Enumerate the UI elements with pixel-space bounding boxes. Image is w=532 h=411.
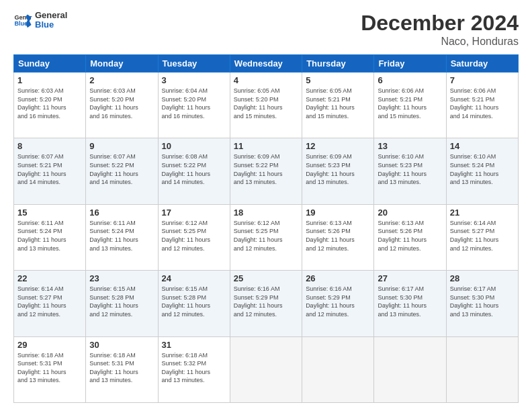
day-number: 5 (306, 75, 370, 85)
page: General Blue General Blue December 2024 … (0, 0, 532, 411)
day-info: Sunrise: 6:03 AMSunset: 5:20 PMDaylight:… (89, 87, 154, 120)
calendar-cell: 12Sunrise: 6:09 AMSunset: 5:23 PMDayligh… (302, 138, 374, 204)
header-thursday: Thursday (302, 55, 374, 73)
calendar-cell (302, 336, 374, 402)
calendar-cell: 10Sunrise: 6:08 AMSunset: 5:22 PMDayligh… (158, 138, 230, 204)
calendar-cell: 31Sunrise: 6:18 AMSunset: 5:32 PMDayligh… (158, 336, 230, 402)
day-number: 12 (306, 141, 370, 151)
day-info: Sunrise: 6:12 AMSunset: 5:25 PMDaylight:… (234, 219, 298, 253)
calendar-cell: 18Sunrise: 6:12 AMSunset: 5:25 PMDayligh… (230, 204, 302, 270)
calendar-cell: 21Sunrise: 6:14 AMSunset: 5:27 PMDayligh… (446, 204, 518, 270)
day-number: 2 (89, 75, 154, 85)
day-number: 4 (234, 75, 298, 85)
calendar-cell: 6Sunrise: 6:06 AMSunset: 5:21 PMDaylight… (374, 73, 446, 138)
calendar-cell: 25Sunrise: 6:16 AMSunset: 5:29 PMDayligh… (230, 271, 302, 336)
day-info: Sunrise: 6:06 AMSunset: 5:21 PMDaylight:… (450, 87, 515, 120)
calendar-cell: 23Sunrise: 6:15 AMSunset: 5:28 PMDayligh… (86, 271, 158, 336)
day-info: Sunrise: 6:17 AMSunset: 5:30 PMDaylight:… (450, 285, 515, 318)
day-info: Sunrise: 6:16 AMSunset: 5:29 PMDaylight:… (234, 285, 298, 318)
day-info: Sunrise: 6:08 AMSunset: 5:22 PMDaylight:… (162, 152, 226, 186)
calendar-cell: 24Sunrise: 6:15 AMSunset: 5:28 PMDayligh… (158, 271, 230, 336)
day-info: Sunrise: 6:17 AMSunset: 5:30 PMDaylight:… (378, 285, 442, 318)
logo-text-general: General (35, 11, 67, 20)
calendar-header-row: Sunday Monday Tuesday Wednesday Thursday… (14, 55, 519, 73)
day-info: Sunrise: 6:18 AMSunset: 5:31 PMDaylight:… (89, 351, 154, 385)
day-number: 23 (89, 273, 154, 283)
day-number: 10 (162, 141, 226, 151)
calendar-week-5: 29Sunrise: 6:18 AMSunset: 5:31 PMDayligh… (14, 336, 519, 402)
calendar-cell (230, 336, 302, 402)
day-info: Sunrise: 6:11 AMSunset: 5:24 PMDaylight:… (89, 219, 154, 253)
calendar-cell: 19Sunrise: 6:13 AMSunset: 5:26 PMDayligh… (302, 204, 374, 270)
day-number: 27 (378, 273, 442, 283)
day-number: 24 (162, 273, 226, 283)
day-info: Sunrise: 6:03 AMSunset: 5:20 PMDaylight:… (17, 87, 82, 120)
day-info: Sunrise: 6:13 AMSunset: 5:26 PMDaylight:… (306, 219, 370, 253)
calendar-cell: 22Sunrise: 6:14 AMSunset: 5:27 PMDayligh… (14, 271, 86, 336)
header-saturday: Saturday (446, 55, 518, 73)
header-monday: Monday (86, 55, 158, 73)
header: General Blue General Blue December 2024 … (13, 11, 519, 48)
day-number: 22 (17, 273, 82, 283)
header-tuesday: Tuesday (158, 55, 230, 73)
day-number: 21 (450, 208, 515, 218)
logo-icon: General Blue (13, 11, 32, 30)
calendar-cell: 1Sunrise: 6:03 AMSunset: 5:20 PMDaylight… (14, 73, 86, 138)
day-number: 16 (89, 208, 154, 218)
day-number: 11 (234, 141, 298, 151)
day-info: Sunrise: 6:16 AMSunset: 5:29 PMDaylight:… (306, 285, 370, 318)
calendar-cell (374, 336, 446, 402)
day-info: Sunrise: 6:14 AMSunset: 5:27 PMDaylight:… (17, 285, 82, 318)
calendar-cell: 13Sunrise: 6:10 AMSunset: 5:23 PMDayligh… (374, 138, 446, 204)
header-wednesday: Wednesday (230, 55, 302, 73)
day-number: 14 (450, 141, 515, 151)
day-info: Sunrise: 6:09 AMSunset: 5:22 PMDaylight:… (234, 152, 298, 186)
day-number: 1 (17, 75, 82, 85)
calendar-cell: 4Sunrise: 6:05 AMSunset: 5:20 PMDaylight… (230, 73, 302, 138)
day-number: 20 (378, 208, 442, 218)
calendar-cell: 3Sunrise: 6:04 AMSunset: 5:20 PMDaylight… (158, 73, 230, 138)
day-number: 6 (378, 75, 442, 85)
day-info: Sunrise: 6:07 AMSunset: 5:22 PMDaylight:… (89, 152, 154, 186)
calendar-cell: 17Sunrise: 6:12 AMSunset: 5:25 PMDayligh… (158, 204, 230, 270)
title-block: December 2024 Naco, Honduras (361, 11, 519, 48)
day-number: 29 (17, 340, 82, 350)
day-number: 28 (450, 273, 515, 283)
calendar-cell: 2Sunrise: 6:03 AMSunset: 5:20 PMDaylight… (86, 73, 158, 138)
logo: General Blue General Blue (13, 11, 67, 30)
day-info: Sunrise: 6:11 AMSunset: 5:24 PMDaylight:… (17, 219, 82, 253)
day-info: Sunrise: 6:09 AMSunset: 5:23 PMDaylight:… (306, 152, 370, 186)
calendar-cell: 11Sunrise: 6:09 AMSunset: 5:22 PMDayligh… (230, 138, 302, 204)
day-info: Sunrise: 6:15 AMSunset: 5:28 PMDaylight:… (89, 285, 154, 318)
day-info: Sunrise: 6:18 AMSunset: 5:32 PMDaylight:… (162, 351, 226, 385)
calendar-cell: 20Sunrise: 6:13 AMSunset: 5:26 PMDayligh… (374, 204, 446, 270)
calendar-week-2: 8Sunrise: 6:07 AMSunset: 5:21 PMDaylight… (14, 138, 519, 204)
day-number: 13 (378, 141, 442, 151)
day-info: Sunrise: 6:10 AMSunset: 5:23 PMDaylight:… (378, 152, 442, 186)
svg-text:Blue: Blue (14, 21, 28, 28)
day-info: Sunrise: 6:14 AMSunset: 5:27 PMDaylight:… (450, 219, 515, 253)
subtitle: Naco, Honduras (361, 36, 519, 48)
day-info: Sunrise: 6:04 AMSunset: 5:20 PMDaylight:… (162, 87, 226, 120)
calendar-cell: 30Sunrise: 6:18 AMSunset: 5:31 PMDayligh… (86, 336, 158, 402)
day-number: 8 (17, 141, 82, 151)
day-number: 30 (89, 340, 154, 350)
calendar-cell: 7Sunrise: 6:06 AMSunset: 5:21 PMDaylight… (446, 73, 518, 138)
calendar-cell: 16Sunrise: 6:11 AMSunset: 5:24 PMDayligh… (86, 204, 158, 270)
day-number: 18 (234, 208, 298, 218)
calendar-cell: 5Sunrise: 6:05 AMSunset: 5:21 PMDaylight… (302, 73, 374, 138)
day-info: Sunrise: 6:10 AMSunset: 5:24 PMDaylight:… (450, 152, 515, 186)
calendar-cell: 29Sunrise: 6:18 AMSunset: 5:31 PMDayligh… (14, 336, 86, 402)
day-number: 25 (234, 273, 298, 283)
calendar-week-3: 15Sunrise: 6:11 AMSunset: 5:24 PMDayligh… (14, 204, 519, 270)
logo-text-blue: Blue (35, 20, 67, 30)
day-number: 19 (306, 208, 370, 218)
day-number: 17 (162, 208, 226, 218)
day-number: 26 (306, 273, 370, 283)
calendar-week-1: 1Sunrise: 6:03 AMSunset: 5:20 PMDaylight… (14, 73, 519, 138)
day-info: Sunrise: 6:05 AMSunset: 5:21 PMDaylight:… (306, 87, 370, 120)
header-sunday: Sunday (14, 55, 86, 73)
calendar-cell: 14Sunrise: 6:10 AMSunset: 5:24 PMDayligh… (446, 138, 518, 204)
day-info: Sunrise: 6:15 AMSunset: 5:28 PMDaylight:… (162, 285, 226, 318)
calendar-cell: 27Sunrise: 6:17 AMSunset: 5:30 PMDayligh… (374, 271, 446, 336)
